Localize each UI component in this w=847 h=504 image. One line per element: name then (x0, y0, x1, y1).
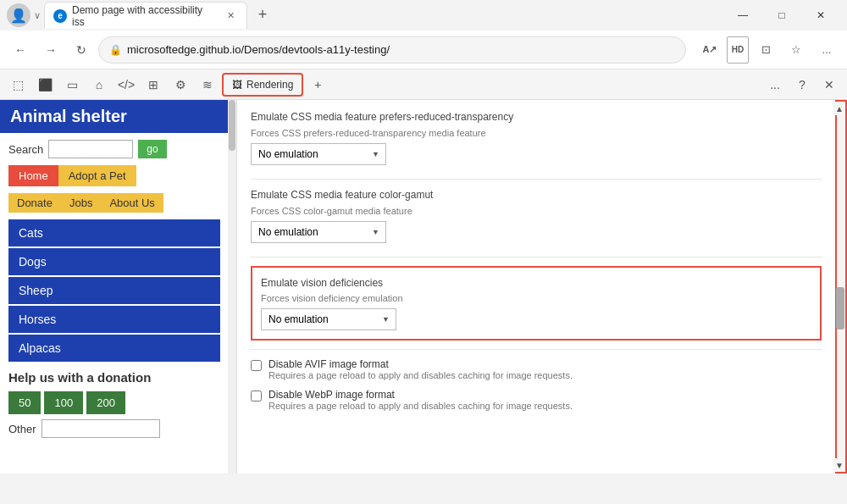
split-screen-icon[interactable]: ⊡ (752, 36, 779, 64)
donate-other-input[interactable] (42, 419, 160, 438)
nav-menu: Home Adopt a Pet (8, 165, 220, 186)
favorites-icon[interactable]: ☆ (783, 36, 810, 64)
lock-icon: 🔒 (109, 44, 122, 56)
vision-section: Emulate vision deficiencies Forces visio… (251, 266, 822, 341)
tab-arrow-left[interactable]: ∨ (34, 10, 41, 21)
animal-horses[interactable]: Horses (8, 306, 220, 333)
edge-icon: e (53, 9, 67, 23)
donate-buttons: 50 100 200 (8, 391, 220, 414)
avif-sub: Requires a page reload to apply and disa… (268, 370, 573, 380)
divider-3 (251, 349, 822, 350)
section-colorgamut-sub: Forces CSS color-gamut media feature (251, 206, 822, 216)
webp-label: Disable WebP image format (268, 389, 573, 401)
donate-other-label: Other (8, 423, 36, 435)
dt-console-icon[interactable]: ⌂ (86, 73, 112, 97)
title-bar: 👤 ∨ e Demo page with accessibility iss ✕… (0, 0, 847, 30)
avif-checkbox[interactable] (251, 360, 262, 371)
donate-50[interactable]: 50 (8, 391, 41, 414)
donate-100[interactable]: 100 (44, 391, 83, 414)
dt-toolbar-right: ... ? ✕ (762, 73, 842, 97)
vision-select-wrapper: No emulation Blurred vision Reduced cont… (261, 308, 396, 330)
dt-perf-icon[interactable]: ⚙ (168, 73, 193, 97)
window-minimize-btn[interactable]: — (723, 0, 762, 30)
shelter-title: Animal shelter (10, 107, 219, 126)
donate-other: Other (8, 419, 220, 438)
devtools-scrollbar[interactable]: ▲ ▼ (835, 100, 847, 474)
animal-sheep[interactable]: Sheep (8, 277, 220, 304)
dt-inspect-icon[interactable]: ⬚ (5, 73, 30, 97)
devtools-scrollbar-track: ▲ ▼ (835, 100, 847, 474)
webpage-content: Animal shelter Search go Home Adopt a Pe… (0, 100, 229, 446)
dt-help-icon[interactable]: ? (789, 73, 815, 97)
vision-select[interactable]: No emulation Blurred vision Reduced cont… (261, 308, 396, 330)
nav-adopt[interactable]: Adopt a Pet (58, 165, 136, 186)
section-colorgamut-title: Emulate CSS media feature color-gamut (251, 188, 822, 202)
dt-device-icon[interactable]: ⬛ (32, 73, 58, 97)
dt-close-icon[interactable]: ✕ (817, 73, 842, 97)
webpage-scrollbar[interactable] (228, 100, 236, 474)
vision-title: Emulate vision deficiencies (261, 276, 811, 291)
nav-donate[interactable]: Donate (8, 193, 61, 213)
rendering-section-colorgamut: Emulate CSS media feature color-gamut Fo… (251, 188, 822, 243)
transparency-select[interactable]: No emulation reduce (251, 143, 386, 165)
search-bar: Search go (8, 140, 220, 158)
dt-network-icon[interactable]: ⊞ (141, 73, 166, 97)
devtools-scroll-thumb[interactable] (836, 287, 844, 330)
avif-section: Disable AVIF image format Requires a pag… (251, 358, 822, 380)
colorgamut-select-wrapper: No emulation srgb p3 rec2020 (251, 221, 386, 243)
refresh-button[interactable]: ↻ (68, 36, 95, 64)
user-avatar: 👤 (7, 3, 30, 27)
browser-tab[interactable]: e Demo page with accessibility iss ✕ (44, 2, 247, 29)
colorgamut-select[interactable]: No emulation srgb p3 rec2020 (251, 221, 386, 243)
new-tab-button[interactable]: + (251, 3, 274, 26)
dt-memory-icon[interactable]: ≋ (195, 73, 220, 97)
address-input[interactable]: 🔒 microsoftedge.github.io/Demos/devtools… (98, 36, 686, 64)
dt-more-icon[interactable]: ... (762, 73, 788, 97)
vision-sub: Forces vision deficiency emulation (261, 293, 811, 303)
main-area: Animal shelter Search go Home Adopt a Pe… (0, 100, 847, 474)
animal-dogs[interactable]: Dogs (8, 248, 220, 275)
animal-list: Cats Dogs Sheep Horses Alpacas (8, 219, 220, 362)
search-go-button[interactable]: go (138, 140, 166, 158)
shelter-header: Animal shelter (0, 100, 229, 133)
read-aloud-icon[interactable]: A↗ (696, 36, 723, 64)
transparency-select-wrapper: No emulation reduce (251, 143, 386, 165)
dt-sources-icon[interactable]: </> (113, 73, 139, 97)
nav-about[interactable]: About Us (101, 193, 163, 213)
search-input[interactable] (48, 140, 133, 158)
divider-2 (251, 257, 822, 258)
scroll-up-btn[interactable]: ▲ (833, 102, 845, 115)
window-maximize-btn[interactable]: □ (762, 0, 801, 30)
webpage-pane: Animal shelter Search go Home Adopt a Pe… (0, 100, 237, 474)
nav-jobs[interactable]: Jobs (61, 193, 101, 213)
address-bar-icons: A↗ HD ⊡ ☆ ... (696, 36, 840, 64)
webp-checkbox[interactable] (251, 390, 262, 402)
dt-add-tab-icon[interactable]: + (305, 73, 330, 97)
nav-home[interactable]: Home (8, 165, 58, 186)
rendering-tab-label: Rendering (246, 79, 293, 91)
avif-labels: Disable AVIF image format Requires a pag… (268, 358, 573, 380)
rendering-content: Emulate CSS media feature prefers-reduce… (237, 100, 835, 474)
animal-cats[interactable]: Cats (8, 219, 220, 246)
window-close-btn[interactable]: ✕ (801, 0, 840, 30)
scroll-down-btn[interactable]: ▼ (833, 458, 845, 472)
rendering-tab-icon: 🖼 (232, 79, 242, 91)
section-transparency-sub: Forces CSS prefers-reduced-transparency … (251, 128, 822, 138)
hd-icon[interactable]: HD (727, 36, 749, 64)
rendering-section-transparency: Emulate CSS media feature prefers-reduce… (251, 110, 822, 165)
dt-elements-icon[interactable]: ▭ (59, 73, 85, 97)
webpage-scroll-thumb[interactable] (229, 100, 235, 151)
devtools-toolbar: ⬚ ⬛ ▭ ⌂ </> ⊞ ⚙ ≋ 🖼 Rendering + ... ? ✕ (0, 69, 847, 100)
more-icon[interactable]: ... (813, 36, 840, 64)
tab-close-btn[interactable]: ✕ (223, 8, 238, 24)
avif-label: Disable AVIF image format (268, 358, 573, 370)
secondary-nav: Donate Jobs About Us (8, 193, 220, 213)
donate-title: Help us with a donation (8, 370, 220, 385)
divider-1 (251, 179, 822, 180)
dt-rendering-tab[interactable]: 🖼 Rendering (222, 73, 303, 97)
webp-sub: Requires a page reload to apply and disa… (268, 401, 573, 411)
forward-button[interactable]: → (37, 36, 64, 64)
animal-alpacas[interactable]: Alpacas (8, 335, 220, 362)
donate-200[interactable]: 200 (86, 391, 125, 414)
back-button[interactable]: ← (7, 36, 34, 64)
